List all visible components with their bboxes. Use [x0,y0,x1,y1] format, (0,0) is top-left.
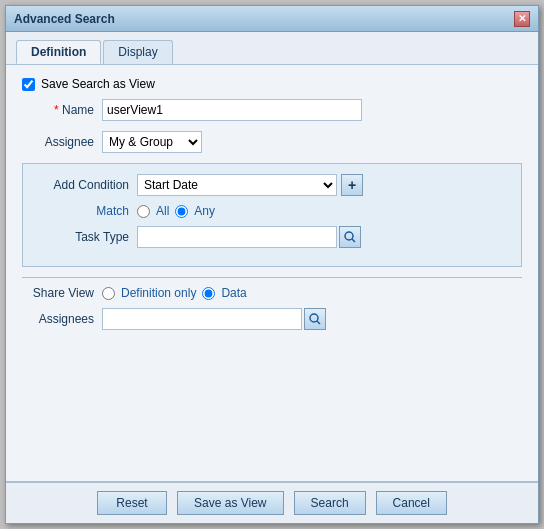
search-icon [309,313,321,325]
name-input[interactable] [102,99,362,121]
share-view-section: Share View Definition only Data Assignee… [22,286,522,330]
reset-button[interactable]: Reset [97,491,167,515]
data-label: Data [221,286,246,300]
task-type-label: Task Type [37,230,137,244]
add-condition-label: Add Condition [37,178,137,192]
tab-display[interactable]: Display [103,40,172,64]
save-as-view-button[interactable]: Save as View [177,491,284,515]
add-condition-button[interactable]: + [341,174,363,196]
add-condition-row: Add Condition Start Date End Date Task N… [37,174,507,196]
assignees-row: Assignees [22,308,522,330]
condition-select[interactable]: Start Date End Date Task Name Priority [137,174,337,196]
svg-point-0 [345,232,353,240]
form-area: Save Search as View Name Assignee My & G… [6,65,538,481]
save-search-checkbox[interactable] [22,78,35,91]
match-all-radio[interactable] [137,205,150,218]
match-row: Match All Any [37,204,507,218]
close-button[interactable]: ✕ [514,11,530,27]
share-definition-radio[interactable] [102,287,115,300]
svg-line-3 [317,321,320,324]
dialog-content: Definition Display Save Search as View N… [6,32,538,523]
advanced-search-dialog: Advanced Search ✕ Definition Display Sav… [5,5,539,524]
save-search-row: Save Search as View [22,77,522,91]
task-type-row: Task Type [37,226,507,248]
dialog-title: Advanced Search [14,12,115,26]
match-label: Match [51,204,137,218]
definition-only-label: Definition only [121,286,196,300]
assignees-search-button[interactable] [304,308,326,330]
svg-point-2 [310,314,318,322]
save-search-label: Save Search as View [41,77,155,91]
assignees-label: Assignees [22,312,102,326]
tab-definition[interactable]: Definition [16,40,101,64]
share-view-row: Share View Definition only Data [22,286,522,300]
svg-line-1 [352,239,355,242]
assignees-input[interactable] [102,308,302,330]
cancel-button[interactable]: Cancel [376,491,447,515]
tab-bar: Definition Display [6,32,538,65]
assignee-row: Assignee My & Group All My Group [22,131,522,153]
task-type-search-button[interactable] [339,226,361,248]
name-row: Name [22,99,522,121]
condition-section: Add Condition Start Date End Date Task N… [22,163,522,267]
dialog-titlebar: Advanced Search ✕ [6,6,538,32]
task-type-input[interactable] [137,226,337,248]
share-data-radio[interactable] [202,287,215,300]
dialog-footer: Reset Save as View Search Cancel [6,481,538,523]
share-radio-group: Definition only Data [102,286,247,300]
match-all-label: All [156,204,169,218]
name-label: Name [22,103,102,117]
assignee-label: Assignee [22,135,102,149]
assignee-select[interactable]: My & Group All My Group [102,131,202,153]
share-view-label: Share View [22,286,102,300]
separator [22,277,522,278]
search-icon [344,231,356,243]
match-any-label: Any [194,204,215,218]
match-radio-group: All Any [137,204,215,218]
search-button[interactable]: Search [294,491,366,515]
match-any-radio[interactable] [175,205,188,218]
